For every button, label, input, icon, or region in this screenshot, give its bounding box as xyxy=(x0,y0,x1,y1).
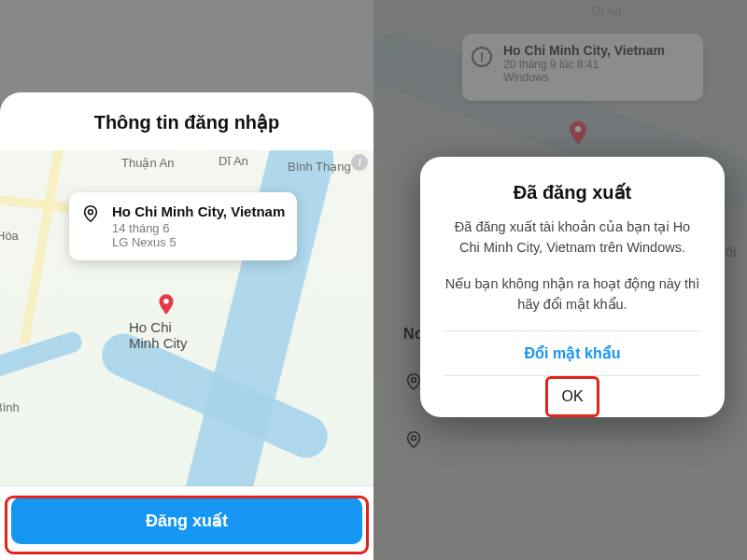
modal-body: Đã đăng xuất tài khoản của bạn tại Ho Ch… xyxy=(444,217,700,315)
svg-point-0 xyxy=(89,210,93,215)
logout-confirmation-modal: Đã đăng xuất Đã đăng xuất tài khoản của … xyxy=(420,157,725,417)
panel-title: Thông tin đăng nhập xyxy=(0,92,374,147)
map-pin-icon xyxy=(154,292,178,316)
info-icon[interactable]: i xyxy=(351,154,368,171)
map-label-binh-thang: Bình Thạng xyxy=(288,160,351,174)
map-label-thuan-an: Thuận An xyxy=(121,156,174,170)
highlight-frame: OK xyxy=(545,376,599,417)
modal-title: Đã đăng xuất xyxy=(444,181,700,203)
dim-overlay-top xyxy=(0,0,374,92)
location-pin-icon xyxy=(80,203,101,224)
session-date: 14 tháng 6 xyxy=(112,221,286,235)
right-screenshot: Dĩ An ! Ho Chi Minh City, Vietnam 20 thá… xyxy=(374,0,747,560)
modal-paragraph: Nếu bạn không nhận ra hoạt động này thì … xyxy=(444,273,700,315)
logout-button[interactable]: Đăng xuất xyxy=(11,497,362,544)
modal-paragraph: Đã đăng xuất tài khoản của bạn tại Ho Ch… xyxy=(444,217,700,259)
map-road xyxy=(20,150,64,345)
panel-footer: Đăng xuất xyxy=(0,486,374,560)
map-label-binh: Bình xyxy=(0,400,20,414)
map-label-di-an: Dĩ An xyxy=(218,154,248,168)
session-device: LG Nexus 5 xyxy=(112,235,286,249)
change-password-button[interactable]: Đổi mật khẩu xyxy=(444,330,700,375)
map-river xyxy=(0,329,84,384)
session-card[interactable]: Ho Chi Minh City, Vietnam 14 tháng 6 LG … xyxy=(69,192,297,260)
svg-point-1 xyxy=(163,299,169,304)
location-pin-icon xyxy=(403,429,424,450)
map-label-hoa: Hòa xyxy=(0,229,19,243)
modal-actions: OK xyxy=(444,375,700,417)
map-view[interactable]: Thuận An Dĩ An Bình Thạng Hòa Bình i Ho … xyxy=(0,150,374,486)
ok-button[interactable]: OK xyxy=(548,381,596,413)
svg-point-4 xyxy=(412,436,416,441)
session-location: Ho Chi Minh City, Vietnam xyxy=(112,203,286,219)
login-info-panel: Thông tin đăng nhập Thuận An Dĩ An Bình … xyxy=(0,92,374,560)
left-screenshot: Thông tin đăng nhập Thuận An Dĩ An Bình … xyxy=(0,0,374,560)
map-city-label: Ho Chi Minh City xyxy=(129,320,213,351)
svg-point-3 xyxy=(412,378,416,383)
